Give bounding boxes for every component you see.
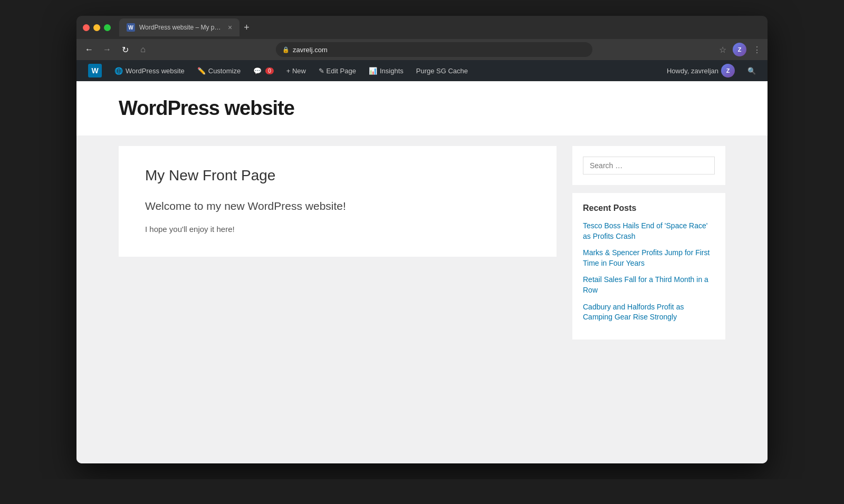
site-icon: 🌐 — [114, 67, 123, 75]
insights-label: Insights — [380, 67, 404, 75]
admin-edit[interactable]: ✎ Edit Page — [312, 60, 362, 81]
sidebar: Recent Posts Tesco Boss Hails End of 'Sp… — [572, 146, 725, 347]
recent-post-link-1[interactable]: Tesco Boss Hails End of 'Space Race' as … — [583, 221, 707, 240]
maximize-button[interactable] — [104, 24, 111, 31]
admin-site-name[interactable]: 🌐 WordPress website — [108, 60, 191, 81]
reload-button[interactable]: ↻ — [119, 45, 131, 55]
tab-close-button[interactable]: × — [228, 23, 232, 32]
page-body: I hope you'll enjoy it here! — [145, 223, 530, 236]
tab-favicon: W — [127, 23, 135, 32]
admin-comments[interactable]: 💬 0 — [247, 60, 280, 81]
titlebar: W WordPress website – My person… × + — [76, 16, 768, 39]
recent-posts-title: Recent Posts — [583, 203, 715, 213]
admin-search-toggle[interactable]: 🔍 — [741, 60, 762, 81]
wp-logo-item[interactable]: W — [82, 60, 108, 81]
site-name-label: WordPress website — [126, 67, 185, 75]
admin-insights[interactable]: 📊 Insights — [362, 60, 410, 81]
traffic-lights — [83, 24, 111, 31]
admin-bar-right: Howdy, zavreljan Z 🔍 — [660, 60, 762, 81]
customize-label: Customize — [208, 67, 241, 75]
page-content: My New Front Page Welcome to my new Word… — [119, 146, 557, 257]
lock-icon: 🔒 — [282, 46, 290, 53]
list-item: Marks & Spencer Profits Jump for First T… — [583, 248, 715, 268]
toolbar-right: ☆ Z ⋮ — [719, 43, 761, 56]
site-header: WordPress website — [76, 81, 768, 135]
home-button[interactable]: ⌂ — [137, 45, 149, 54]
admin-new[interactable]: + New — [280, 60, 312, 81]
recent-post-link-3[interactable]: Retail Sales Fall for a Third Month in a… — [583, 275, 708, 294]
list-item: Cadbury and Halfords Profit as Camping G… — [583, 302, 715, 323]
admin-purge[interactable]: Purge SG Cache — [410, 60, 474, 81]
page-title: My New Front Page — [145, 167, 530, 184]
admin-customize[interactable]: ✏️ Customize — [191, 60, 247, 81]
recent-posts-list: Tesco Boss Hails End of 'Space Race' as … — [583, 221, 715, 323]
url-bar[interactable]: 🔒 zavrelj.com — [276, 42, 592, 57]
url-display: zavrelj.com — [293, 46, 328, 54]
comment-count: 0 — [265, 67, 274, 74]
wp-site: WordPress website My New Front Page Welc… — [76, 81, 768, 463]
menu-icon[interactable]: ⋮ — [753, 45, 761, 55]
comment-icon: 💬 — [253, 67, 262, 75]
main-column: My New Front Page Welcome to my new Word… — [119, 146, 557, 347]
address-bar: ← → ↻ ⌂ 🔒 zavrelj.com ☆ Z ⋮ — [76, 39, 768, 60]
back-button[interactable]: ← — [83, 45, 95, 54]
search-widget — [572, 146, 725, 185]
edit-label: ✎ Edit Page — [319, 67, 356, 75]
new-label: + New — [286, 67, 306, 75]
wp-admin-bar: W 🌐 WordPress website ✏️ Customize 💬 0 +… — [76, 60, 768, 81]
browser-window: W WordPress website – My person… × + ← →… — [76, 16, 768, 463]
admin-howdy[interactable]: Howdy, zavreljan Z — [660, 60, 741, 81]
admin-avatar: Z — [721, 64, 735, 77]
footer-gray-area — [76, 358, 768, 463]
close-button[interactable] — [83, 24, 90, 31]
list-item: Tesco Boss Hails End of 'Space Race' as … — [583, 221, 715, 241]
tab-bar: W WordPress website – My person… × + — [119, 18, 761, 36]
recent-posts-widget: Recent Posts Tesco Boss Hails End of 'Sp… — [572, 193, 725, 340]
active-tab[interactable]: W WordPress website – My person… × — [119, 18, 239, 36]
new-tab-button[interactable]: + — [244, 22, 250, 33]
tab-title: WordPress website – My person… — [139, 24, 224, 31]
wp-logo: W — [88, 64, 102, 77]
page-intro: Welcome to my new WordPress website! — [145, 200, 530, 212]
wp-logo-text: W — [91, 66, 98, 75]
list-item: Retail Sales Fall for a Third Month in a… — [583, 275, 715, 295]
recent-post-link-4[interactable]: Cadbury and Halfords Profit as Camping G… — [583, 303, 684, 322]
minimize-button[interactable] — [93, 24, 100, 31]
purge-label: Purge SG Cache — [416, 67, 468, 75]
site-content: My New Front Page Welcome to my new Word… — [76, 135, 768, 358]
insights-icon: 📊 — [369, 67, 377, 75]
bookmark-icon[interactable]: ☆ — [719, 45, 726, 55]
site-title[interactable]: WordPress website — [119, 97, 725, 120]
search-input[interactable] — [583, 157, 715, 175]
profile-avatar[interactable]: Z — [733, 43, 746, 56]
customize-icon: ✏️ — [197, 67, 206, 75]
recent-post-link-2[interactable]: Marks & Spencer Profits Jump for First T… — [583, 248, 709, 267]
howdy-label: Howdy, zavreljan — [667, 67, 718, 75]
search-icon: 🔍 — [747, 67, 756, 75]
forward-button[interactable]: → — [101, 45, 113, 54]
